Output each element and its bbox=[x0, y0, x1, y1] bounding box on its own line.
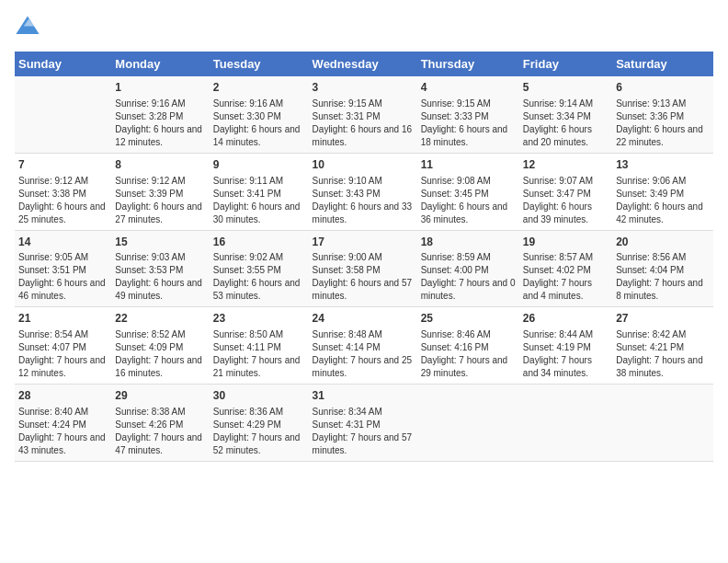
day-info: Sunrise: 9:05 AMSunset: 3:51 PMDaylight:… bbox=[18, 251, 108, 303]
day-info: Sunrise: 9:12 AMSunset: 3:38 PMDaylight:… bbox=[18, 175, 108, 226]
weekday-header: Saturday bbox=[612, 52, 713, 76]
day-info: Sunrise: 9:11 AMSunset: 3:41 PMDaylight:… bbox=[213, 175, 305, 226]
calendar-header-row: SundayMondayTuesdayWednesdayThursdayFrid… bbox=[15, 52, 713, 76]
calendar-cell bbox=[519, 385, 612, 462]
day-number: 18 bbox=[421, 235, 516, 250]
weekday-header: Friday bbox=[519, 52, 612, 76]
day-number: 25 bbox=[421, 311, 516, 327]
calendar-cell: 24Sunrise: 8:48 AMSunset: 4:14 PMDayligh… bbox=[309, 307, 417, 385]
day-info: Sunrise: 8:48 AMSunset: 4:14 PMDaylight:… bbox=[313, 328, 414, 380]
weekday-header: Wednesday bbox=[309, 52, 417, 76]
day-info: Sunrise: 9:10 AMSunset: 3:43 PMDaylight:… bbox=[313, 175, 414, 226]
calendar-cell: 3Sunrise: 9:15 AMSunset: 3:31 PMDaylight… bbox=[309, 76, 417, 153]
day-number: 15 bbox=[115, 235, 205, 250]
day-info: Sunrise: 8:36 AMSunset: 4:29 PMDaylight:… bbox=[213, 406, 305, 457]
calendar-cell: 15Sunrise: 9:03 AMSunset: 3:53 PMDayligh… bbox=[111, 230, 209, 307]
page-header bbox=[15, 15, 713, 40]
day-info: Sunrise: 9:06 AMSunset: 3:49 PMDaylight:… bbox=[616, 175, 710, 226]
day-number: 22 bbox=[115, 311, 205, 327]
day-info: Sunrise: 8:52 AMSunset: 4:09 PMDaylight:… bbox=[115, 328, 205, 380]
day-info: Sunrise: 8:40 AMSunset: 4:24 PMDaylight:… bbox=[18, 406, 108, 457]
calendar-week-row: 21Sunrise: 8:54 AMSunset: 4:07 PMDayligh… bbox=[15, 307, 713, 385]
logo-icon bbox=[15, 15, 40, 40]
day-info: Sunrise: 9:16 AMSunset: 3:30 PMDaylight:… bbox=[213, 98, 305, 149]
day-number: 23 bbox=[213, 311, 305, 327]
day-number: 20 bbox=[616, 235, 710, 250]
calendar-cell: 5Sunrise: 9:14 AMSunset: 3:34 PMDaylight… bbox=[519, 76, 612, 153]
calendar-cell: 27Sunrise: 8:42 AMSunset: 4:21 PMDayligh… bbox=[612, 307, 713, 385]
calendar-cell: 9Sunrise: 9:11 AMSunset: 3:41 PMDaylight… bbox=[210, 153, 309, 230]
day-info: Sunrise: 8:42 AMSunset: 4:21 PMDaylight:… bbox=[616, 328, 710, 380]
calendar-cell: 1Sunrise: 9:16 AMSunset: 3:28 PMDaylight… bbox=[111, 76, 209, 153]
day-number: 3 bbox=[313, 80, 414, 96]
calendar-cell: 6Sunrise: 9:13 AMSunset: 3:36 PMDaylight… bbox=[612, 76, 713, 153]
day-info: Sunrise: 8:34 AMSunset: 4:31 PMDaylight:… bbox=[313, 406, 414, 457]
day-number: 4 bbox=[421, 80, 516, 96]
calendar-cell: 2Sunrise: 9:16 AMSunset: 3:30 PMDaylight… bbox=[210, 76, 309, 153]
calendar-cell: 7Sunrise: 9:12 AMSunset: 3:38 PMDaylight… bbox=[15, 153, 111, 230]
day-number: 12 bbox=[523, 157, 609, 173]
day-number: 14 bbox=[18, 235, 108, 250]
calendar-cell bbox=[612, 385, 713, 462]
calendar-cell: 21Sunrise: 8:54 AMSunset: 4:07 PMDayligh… bbox=[15, 307, 111, 385]
calendar-cell: 18Sunrise: 8:59 AMSunset: 4:00 PMDayligh… bbox=[417, 230, 519, 307]
day-number: 13 bbox=[616, 157, 710, 173]
weekday-header: Monday bbox=[111, 52, 209, 76]
day-number: 11 bbox=[421, 157, 516, 173]
day-number: 10 bbox=[313, 157, 414, 173]
day-number: 1 bbox=[115, 80, 205, 96]
weekday-header: Thursday bbox=[417, 52, 519, 76]
calendar-cell: 23Sunrise: 8:50 AMSunset: 4:11 PMDayligh… bbox=[210, 307, 309, 385]
day-info: Sunrise: 9:08 AMSunset: 3:45 PMDaylight:… bbox=[421, 175, 516, 226]
day-number: 30 bbox=[213, 388, 305, 404]
day-number: 28 bbox=[18, 388, 108, 404]
calendar-cell bbox=[15, 76, 111, 153]
day-number: 17 bbox=[313, 235, 414, 250]
day-number: 2 bbox=[213, 80, 305, 96]
day-number: 9 bbox=[213, 157, 305, 173]
day-info: Sunrise: 9:07 AMSunset: 3:47 PMDaylight:… bbox=[523, 175, 609, 226]
day-number: 26 bbox=[523, 311, 609, 327]
calendar-cell: 4Sunrise: 9:15 AMSunset: 3:33 PMDaylight… bbox=[417, 76, 519, 153]
day-number: 24 bbox=[313, 311, 414, 327]
day-number: 19 bbox=[523, 235, 609, 250]
day-info: Sunrise: 8:56 AMSunset: 4:04 PMDaylight:… bbox=[616, 251, 710, 303]
day-info: Sunrise: 8:50 AMSunset: 4:11 PMDaylight:… bbox=[213, 328, 305, 380]
calendar-cell: 16Sunrise: 9:02 AMSunset: 3:55 PMDayligh… bbox=[210, 230, 309, 307]
calendar-cell: 12Sunrise: 9:07 AMSunset: 3:47 PMDayligh… bbox=[519, 153, 612, 230]
day-info: Sunrise: 9:12 AMSunset: 3:39 PMDaylight:… bbox=[115, 175, 205, 226]
calendar-cell bbox=[417, 385, 519, 462]
calendar-week-row: 14Sunrise: 9:05 AMSunset: 3:51 PMDayligh… bbox=[15, 230, 713, 307]
calendar-cell: 20Sunrise: 8:56 AMSunset: 4:04 PMDayligh… bbox=[612, 230, 713, 307]
calendar-week-row: 7Sunrise: 9:12 AMSunset: 3:38 PMDaylight… bbox=[15, 153, 713, 230]
calendar-cell: 29Sunrise: 8:38 AMSunset: 4:26 PMDayligh… bbox=[111, 385, 209, 462]
day-info: Sunrise: 9:15 AMSunset: 3:31 PMDaylight:… bbox=[313, 98, 414, 149]
day-info: Sunrise: 8:38 AMSunset: 4:26 PMDaylight:… bbox=[115, 406, 205, 457]
calendar-cell: 28Sunrise: 8:40 AMSunset: 4:24 PMDayligh… bbox=[15, 385, 111, 462]
calendar-cell: 14Sunrise: 9:05 AMSunset: 3:51 PMDayligh… bbox=[15, 230, 111, 307]
day-info: Sunrise: 8:54 AMSunset: 4:07 PMDaylight:… bbox=[18, 328, 108, 380]
day-info: Sunrise: 8:44 AMSunset: 4:19 PMDaylight:… bbox=[523, 328, 609, 380]
calendar-table: SundayMondayTuesdayWednesdayThursdayFrid… bbox=[15, 52, 713, 462]
calendar-cell: 25Sunrise: 8:46 AMSunset: 4:16 PMDayligh… bbox=[417, 307, 519, 385]
day-number: 27 bbox=[616, 311, 710, 327]
day-info: Sunrise: 9:03 AMSunset: 3:53 PMDaylight:… bbox=[115, 251, 205, 303]
calendar-cell: 17Sunrise: 9:00 AMSunset: 3:58 PMDayligh… bbox=[309, 230, 417, 307]
weekday-header: Tuesday bbox=[210, 52, 309, 76]
calendar-cell: 19Sunrise: 8:57 AMSunset: 4:02 PMDayligh… bbox=[519, 230, 612, 307]
weekday-header: Sunday bbox=[15, 52, 111, 76]
day-number: 29 bbox=[115, 388, 205, 404]
calendar-cell: 26Sunrise: 8:44 AMSunset: 4:19 PMDayligh… bbox=[519, 307, 612, 385]
calendar-week-row: 1Sunrise: 9:16 AMSunset: 3:28 PMDaylight… bbox=[15, 76, 713, 153]
calendar-week-row: 28Sunrise: 8:40 AMSunset: 4:24 PMDayligh… bbox=[15, 385, 713, 462]
day-number: 6 bbox=[616, 80, 710, 96]
calendar-cell: 31Sunrise: 8:34 AMSunset: 4:31 PMDayligh… bbox=[309, 385, 417, 462]
day-number: 8 bbox=[115, 157, 205, 173]
calendar-cell: 8Sunrise: 9:12 AMSunset: 3:39 PMDaylight… bbox=[111, 153, 209, 230]
calendar-cell: 22Sunrise: 8:52 AMSunset: 4:09 PMDayligh… bbox=[111, 307, 209, 385]
day-number: 5 bbox=[523, 80, 609, 96]
day-number: 21 bbox=[18, 311, 108, 327]
calendar-cell: 13Sunrise: 9:06 AMSunset: 3:49 PMDayligh… bbox=[612, 153, 713, 230]
day-info: Sunrise: 8:59 AMSunset: 4:00 PMDaylight:… bbox=[421, 251, 516, 303]
day-info: Sunrise: 9:00 AMSunset: 3:58 PMDaylight:… bbox=[313, 251, 414, 303]
